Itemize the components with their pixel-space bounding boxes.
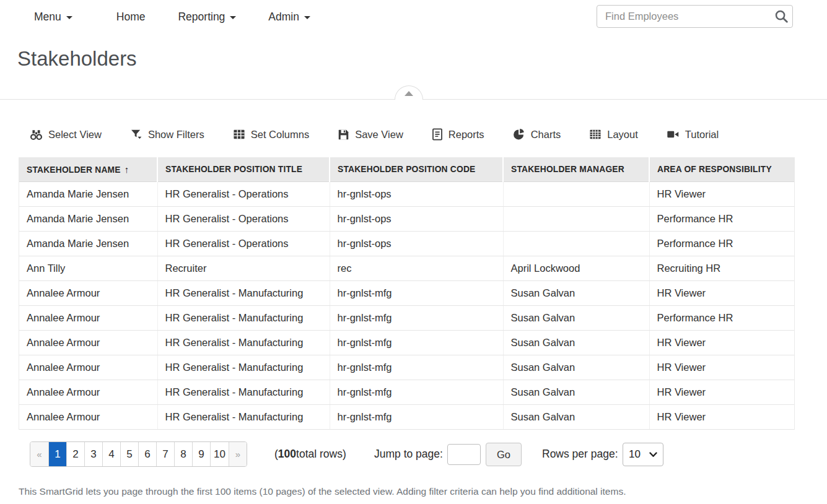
nav-item-menu[interactable]: Menu (34, 11, 72, 24)
table-row: Annalee ArmourHR Generalist - Manufactur… (19, 355, 794, 380)
chevron-up-icon (405, 91, 413, 96)
sort-ascending-icon: ↑ (125, 164, 129, 175)
toolbar-tutorial-button[interactable]: Tutorial (667, 129, 719, 141)
employee-search-box (597, 5, 793, 28)
table-cell: HR Generalist - Manufacturing (157, 305, 330, 330)
table-cell: HR Generalist - Manufacturing (157, 380, 330, 404)
table-cell: HR Generalist - Operations (157, 231, 330, 256)
column-header-label: STAKEHOLDER MANAGER (511, 165, 624, 174)
table-cell: hr-gnlst-mfg (330, 355, 503, 380)
toolbar-select-view-button[interactable]: Select View (30, 129, 102, 141)
go-button[interactable]: Go (486, 443, 522, 466)
column-header-label: AREA OF RESPONSIBILITY (657, 165, 772, 174)
table-cell: HR Generalist - Operations (157, 206, 330, 231)
column-header-stakeholder-position-title[interactable]: STAKEHOLDER POSITION TITLE (157, 157, 330, 181)
columns-grid-icon (233, 129, 245, 140)
search-icon[interactable] (770, 9, 792, 24)
next-page-button[interactable]: » (229, 442, 247, 466)
report-document-icon (432, 128, 443, 141)
video-camera-icon (667, 129, 680, 140)
toolbar-layout-button[interactable]: Layout (589, 129, 638, 141)
column-header-stakeholder-name[interactable]: STAKEHOLDER NAME↑ (19, 157, 157, 181)
nav-item-admin[interactable]: Admin (268, 11, 310, 24)
table-cell: HR Viewer (649, 380, 794, 404)
toolbar-button-label: Reports (449, 129, 484, 141)
page-button-8[interactable]: 8 (174, 442, 192, 466)
toolbar-button-label: Layout (607, 129, 638, 141)
table-cell (503, 181, 649, 206)
table-cell: Susan Galvan (503, 380, 649, 404)
table-cell: hr-gnlst-mfg (330, 404, 503, 429)
save-icon (338, 129, 349, 141)
table-cell: Performance HR (649, 231, 794, 256)
column-header-label: STAKEHOLDER POSITION CODE (338, 165, 475, 174)
collapse-header-button[interactable] (395, 85, 423, 100)
page-button-3[interactable]: 3 (84, 442, 102, 466)
column-header-stakeholder-position-code[interactable]: STAKEHOLDER POSITION CODE (330, 157, 503, 181)
search-input[interactable] (597, 6, 770, 27)
table-cell: HR Generalist - Manufacturing (157, 404, 330, 429)
table-row: Annalee ArmourHR Generalist - Manufactur… (19, 280, 794, 305)
chevron-down-icon (230, 16, 236, 19)
previous-page-button[interactable]: « (30, 442, 48, 466)
table-cell: HR Viewer (649, 181, 794, 206)
pager: «12345678910» (30, 441, 247, 467)
table-row: Amanda Marie JensenHR Generalist - Opera… (19, 181, 794, 206)
binoculars-icon (30, 129, 43, 141)
table-cell: HR Generalist - Manufacturing (157, 355, 330, 380)
chevron-down-icon (649, 452, 657, 458)
nav-item-label: Reporting (178, 11, 225, 24)
table-cell: Amanda Marie Jensen (19, 206, 157, 231)
table-cell: Amanda Marie Jensen (19, 181, 157, 206)
jump-to-page-input[interactable] (447, 444, 481, 465)
table-row: Annalee ArmourHR Generalist - Manufactur… (19, 404, 794, 429)
table-cell: rec (330, 256, 503, 280)
table-cell: Annalee Armour (19, 305, 157, 330)
table-cell: Susan Galvan (503, 330, 649, 355)
table-row: Annalee ArmourHR Generalist - Manufactur… (19, 380, 794, 404)
table-row: Annalee ArmourHR Generalist - Manufactur… (19, 330, 794, 355)
toolbar-button-label: Save View (355, 129, 403, 141)
table-cell: hr-gnlst-ops (330, 206, 503, 231)
top-nav: MenuHomeReportingAdmin (0, 7, 310, 26)
total-rows-text: (100 total rows) (274, 441, 346, 467)
column-header-label: STAKEHOLDER NAME (27, 165, 121, 175)
smartgrid: STAKEHOLDER NAME↑STAKEHOLDER POSITION TI… (19, 157, 795, 430)
table-cell: Recruiter (157, 256, 330, 280)
table-cell: HR Generalist - Manufacturing (157, 330, 330, 355)
toolbar-show-filters-button[interactable]: Show Filters (130, 129, 204, 141)
column-header-area-of-responsibility[interactable]: AREA OF RESPONSIBILITY (649, 157, 794, 181)
table-cell: hr-gnlst-ops (330, 181, 503, 206)
table-cell: Ann Tilly (19, 256, 157, 280)
table-cell: April Lockwood (503, 256, 649, 280)
nav-item-home[interactable]: Home (116, 11, 146, 24)
page-button-2[interactable]: 2 (66, 442, 84, 466)
filter-icon (130, 129, 142, 141)
jump-to-page-label: Jump to page: (374, 441, 443, 467)
page-button-5[interactable]: 5 (120, 442, 138, 466)
page-button-1[interactable]: 1 (48, 442, 66, 466)
page-button-6[interactable]: 6 (138, 442, 156, 466)
grid-toolbar: Select View Show Filters Set Columns Sav… (30, 123, 719, 146)
column-header-stakeholder-manager[interactable]: STAKEHOLDER MANAGER (503, 157, 649, 181)
toolbar-button-label: Tutorial (685, 129, 719, 141)
rows-per-page-select[interactable]: 10 (623, 443, 663, 466)
nav-item-label: Menu (34, 11, 61, 24)
toolbar-button-label: Charts (531, 129, 561, 141)
toolbar-reports-button[interactable]: Reports (432, 128, 484, 141)
table-cell: HR Viewer (649, 330, 794, 355)
column-header-label: STAKEHOLDER POSITION TITLE (165, 165, 302, 174)
toolbar-charts-button[interactable]: Charts (513, 128, 561, 141)
toolbar-save-view-button[interactable]: Save View (338, 129, 403, 141)
toolbar-set-columns-button[interactable]: Set Columns (233, 129, 309, 141)
page-button-10[interactable]: 10 (210, 442, 229, 466)
table-cell: Amanda Marie Jensen (19, 231, 157, 256)
page-button-7[interactable]: 7 (156, 442, 174, 466)
page-button-4[interactable]: 4 (102, 442, 120, 466)
page-button-9[interactable]: 9 (192, 442, 210, 466)
table-cell: HR Viewer (649, 355, 794, 380)
nav-item-reporting[interactable]: Reporting (178, 11, 236, 24)
table-cell: Susan Galvan (503, 404, 649, 429)
smartgrid-note: This SmartGrid lets you page through the… (19, 486, 626, 497)
table-cell: Recruiting HR (649, 256, 794, 280)
